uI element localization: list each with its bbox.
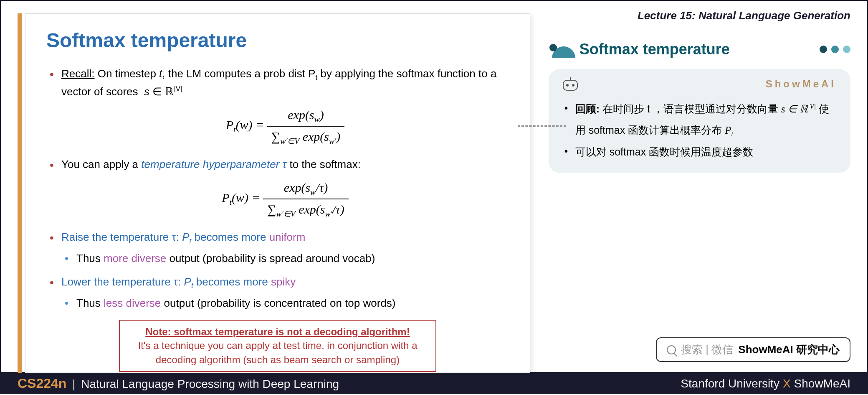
lower-sub: Thus less diverse output (probability is… (61, 295, 509, 312)
bullet-list: Recall: On timestep t, the LM computes a… (46, 65, 509, 312)
bullet-temperature: You can apply a temperature hyperparamet… (46, 156, 509, 220)
robot-icon (563, 80, 578, 91)
raise-sub: Thus more diverse output (probability is… (61, 250, 509, 268)
topic-title: Softmax temperature (580, 41, 730, 58)
note-body: It's a technique you can apply at test t… (130, 339, 425, 367)
raise-text: Raise the temperature τ: Pt becomes more (61, 231, 269, 243)
answer-list: 回顾: 在时间步 t ，语言模型通过对分数向量 s ∈ ℝ|V| 使用 soft… (563, 98, 836, 162)
connector-line (518, 125, 566, 127)
topic-header: Softmax temperature (549, 39, 850, 60)
bullet-lower: Lower the temperature τ: Pt becomes more… (46, 273, 509, 312)
main-container: Softmax temperature Recall: On timestep … (0, 0, 868, 373)
note-box: Note: softmax temperature is not a decod… (119, 320, 436, 372)
recall-text: On timestep t, the LM computes a prob di… (61, 67, 496, 98)
footer-left: CS224n | Natural Language Processing wit… (18, 376, 339, 391)
raise-sublist: Thus more diverse output (probability is… (61, 250, 509, 268)
lecture-label: Lecture 15: Natural Language Generation (549, 9, 850, 22)
lower-sublist: Thus less diverse output (probability is… (61, 295, 509, 312)
decorative-dots (820, 46, 850, 53)
accent-bar (18, 13, 22, 373)
course-code: CS224n (18, 376, 66, 391)
recall-label: Recall: (61, 67, 94, 80)
slide-panel: Softmax temperature Recall: On timestep … (1, 1, 536, 372)
footer: CS224n | Natural Language Processing wit… (0, 373, 868, 394)
search-placeholder: 搜索 | 微信 (681, 342, 733, 357)
answer-item-1: 回顾: 在时间步 t ，语言模型通过对分数向量 s ∈ ℝ|V| 使用 soft… (563, 98, 836, 141)
note-title: Note: softmax temperature is not a decod… (130, 325, 425, 339)
bullet-recall: Recall: On timestep t, the LM computes a… (46, 65, 509, 148)
formula-temperature: Pt(w) = exp(sw/τ)∑w'∈V exp(sw'/τ) (61, 178, 509, 220)
search-bold-text: ShowMeAI 研究中心 (738, 342, 840, 357)
lower-kw: spiky (271, 275, 296, 288)
b2b: temperature hyperparameter τ (141, 158, 286, 171)
slide-title: Softmax temperature (46, 29, 509, 52)
footer-right: Stanford UniversityXShowMeAI (681, 377, 850, 390)
university: Stanford University (681, 377, 779, 390)
b2c: to the softmax: (286, 158, 361, 171)
answer-item-2: 可以对 softmax 函数时候用温度超参数 (563, 141, 836, 162)
course-title: Natural Language Processing with Deep Le… (81, 377, 339, 390)
b2a: You can apply a (61, 158, 141, 171)
lower-text: Lower the temperature τ: Pt becomes more (61, 275, 271, 288)
sidebar-panel: Lecture 15: Natural Language Generation … (536, 1, 867, 372)
partner: ShowMeAI (794, 377, 850, 390)
raise-kw: uniform (269, 231, 306, 243)
search-box[interactable]: 搜索 | 微信 ShowMeAI 研究中心 (656, 337, 850, 362)
formula-softmax: Pt(w) = exp(sw)∑w'∈V exp(sw') (61, 105, 509, 148)
search-icon (667, 345, 676, 354)
topic-icon (549, 39, 574, 60)
bullet-raise: Raise the temperature τ: Pt becomes more… (46, 229, 509, 268)
answer-box: ShowMeAI 回顾: 在时间步 t ，语言模型通过对分数向量 s ∈ ℝ|V… (549, 69, 850, 173)
slide-content: Softmax temperature Recall: On timestep … (25, 13, 530, 373)
showmeai-brand: ShowMeAI (766, 78, 836, 90)
